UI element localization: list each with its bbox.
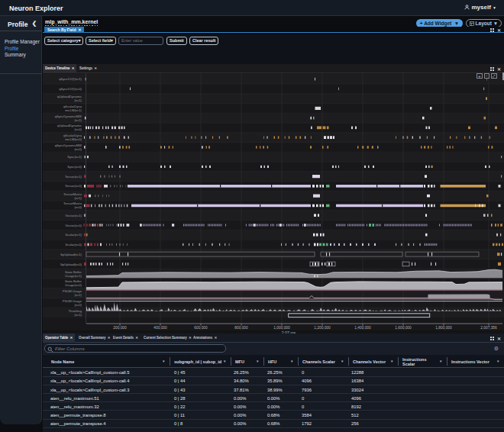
svg-text:(nc0): (nc0)	[74, 127, 82, 131]
svg-text:200,000: 200,000	[113, 326, 127, 330]
svg-text:1,000,000: 1,000,000	[273, 326, 290, 330]
svg-text:2,007,356: 2,007,356	[480, 326, 497, 330]
svg-text:SpUpload(nc0): SpUpload(nc0)	[60, 263, 82, 266]
svg-text:Usage(nc1): Usage(nc1)	[65, 274, 82, 278]
svg-text:Vector(nc1): Vector(nc1)	[66, 214, 82, 218]
svg-text:Tensor(nc0): Tensor(nc0)	[65, 184, 82, 188]
svg-text:micLM(nc0): micLM(nc0)	[65, 137, 82, 141]
svg-text:1,200,000: 1,200,000	[314, 326, 331, 330]
svg-text:(nc0): (nc0)	[74, 147, 82, 151]
svg-text:(nc1): (nc1)	[74, 293, 82, 297]
svg-text:qSyncIO@(nc1): qSyncIO@(nc1)	[59, 77, 82, 81]
svg-text:(nc0): (nc0)	[74, 303, 82, 307]
svg-text:1,400,000: 1,400,000	[354, 326, 371, 330]
svg-text:SpUpload(nc1): SpUpload(nc1)	[60, 253, 82, 256]
svg-text:1,800,000: 1,800,000	[435, 326, 452, 330]
svg-text:(nc1): (nc1)	[74, 313, 82, 317]
svg-text:Sync(nc1): Sync(nc1)	[67, 155, 82, 159]
svg-text:800,000: 800,000	[234, 326, 248, 330]
svg-text:qSyncIO@(nc0): qSyncIO@(nc0)	[59, 87, 82, 91]
svg-text:(nc1): (nc1)	[74, 196, 82, 200]
svg-text:micLM(nc1): micLM(nc1)	[65, 108, 82, 112]
svg-text:600,000: 600,000	[194, 326, 208, 330]
svg-text:400,000: 400,000	[153, 326, 167, 330]
svg-text:Scalar(nc1): Scalar(nc1)	[66, 233, 82, 237]
svg-text:Tensor(nc1): Tensor(nc1)	[65, 175, 82, 179]
svg-text:Scalar(nc0): Scalar(nc0)	[66, 243, 82, 247]
svg-text:(nc1): (nc1)	[74, 118, 82, 122]
svg-text:(nc0): (nc0)	[74, 205, 82, 209]
svg-text:1,600,000: 1,600,000	[395, 326, 412, 330]
svg-text:Usage(nc0): Usage(nc0)	[65, 283, 82, 287]
svg-text:Sync(nc0): Sync(nc0)	[67, 165, 82, 169]
svg-text:Vector(nc0): Vector(nc0)	[66, 224, 82, 227]
svg-text:(nc1): (nc1)	[74, 98, 82, 102]
